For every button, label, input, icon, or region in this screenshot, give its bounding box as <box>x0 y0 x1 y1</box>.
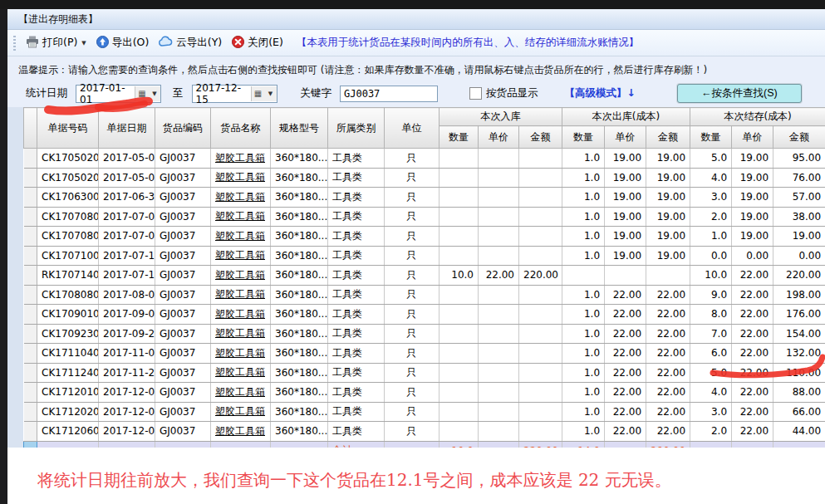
cell-row-header <box>24 305 37 325</box>
chevron-down-icon[interactable]: ▼ <box>149 86 160 101</box>
cell-bal-qty: 6.0 <box>690 344 732 364</box>
cell-in-amount <box>519 402 562 422</box>
col-header-item-name[interactable]: 货品名称 <box>211 108 271 149</box>
col-header-item-code[interactable]: 货品编码 <box>155 108 211 149</box>
cell-out-price: 19.00 <box>605 168 646 188</box>
table-row[interactable]: CK17092300032017-09-23GJ0037塑胶工具箱360*180… <box>24 324 825 344</box>
col-header-doc-no[interactable]: 单据号码 <box>37 108 99 149</box>
chevron-down-icon[interactable]: ▼ <box>265 86 277 101</box>
table-region: 单据号码 单据日期 货品编码 货品名称 规格型号 所属类别 单位 本次入库 本次… <box>7 107 825 448</box>
cell-bal-price: 22.00 <box>732 266 773 286</box>
cell-in-amount <box>519 344 562 364</box>
cell-category: 工具类 <box>328 285 385 305</box>
table-row[interactable]: CK17120100032017-12-01GJ0037塑胶工具箱360*180… <box>24 383 825 403</box>
table-row[interactable]: CK17110400032017-11-04GJ0037塑胶工具箱360*180… <box>24 344 825 364</box>
cell-out-amount: 22.00 <box>646 305 690 325</box>
cell-item-name: 塑胶工具箱 <box>211 168 271 188</box>
cell-item-code: GJ0037 <box>155 285 211 305</box>
export-button[interactable]: 导出(O) <box>91 34 155 52</box>
table-row[interactable]: CK17112400012017-11-24GJ0037塑胶工具箱360*180… <box>24 363 825 383</box>
table-row[interactable]: RK17071400032017-07-14GJ0037塑胶工具箱360*180… <box>24 266 825 286</box>
cell-bal-amount: 132.00 <box>773 344 825 364</box>
cell-bal-price: 19.00 <box>732 207 773 227</box>
search-button[interactable]: ←按条件查找(S) <box>677 84 802 103</box>
table-row[interactable]: CK17120200032017-12-02GJ0037塑胶工具箱360*180… <box>24 402 825 422</box>
table-row[interactable]: CK17050200042017-05-02GJ0037塑胶工具箱360*180… <box>24 149 825 169</box>
cell-bal-price: 22.00 <box>732 285 773 305</box>
table-row[interactable]: CK17070800112017-07-08GJ0037塑胶工具箱360*180… <box>24 227 825 247</box>
by-product-checkbox[interactable] <box>469 87 482 100</box>
print-button[interactable]: 打印(P) ▼ <box>21 34 91 52</box>
cell-in-qty <box>440 344 479 364</box>
cell-row-header <box>24 246 37 266</box>
close-button[interactable]: 关闭(E) <box>227 34 288 52</box>
cell-doc-no: CK1711040003 <box>37 344 99 364</box>
cell-in-qty <box>440 305 479 325</box>
cell-row-header <box>24 227 37 247</box>
cell-in-price <box>479 188 519 208</box>
calendar-icon[interactable]: ▦ <box>135 86 149 101</box>
calendar-icon[interactable]: ▦ <box>251 86 265 101</box>
cell-item-code: GJ0037 <box>155 402 211 422</box>
cell-doc-no: RK1707140003 <box>37 266 99 286</box>
print-dropdown-icon[interactable]: ▼ <box>81 40 86 46</box>
cell-item-name: 塑胶工具箱 <box>211 422 271 442</box>
cell-category: 工具类 <box>328 383 385 403</box>
cell-category: 工具类 <box>328 168 385 188</box>
cell-doc-date: 2017-07-08 <box>99 207 155 227</box>
advanced-mode-link[interactable]: 【高级模式】↓ <box>565 86 636 100</box>
cell-doc-no: CK1708080003 <box>37 285 99 305</box>
col-header-in-price[interactable]: 单价 <box>479 126 519 149</box>
table-row[interactable]: CK17070800012017-07-08GJ0037塑胶工具箱360*180… <box>24 207 825 227</box>
cell-spec: 360*180... <box>271 305 328 325</box>
cell-row-header <box>24 344 37 364</box>
col-header-out-amount[interactable]: 金额 <box>646 126 690 149</box>
col-header-bal-price[interactable]: 单价 <box>732 126 773 149</box>
cell-unit: 只 <box>385 227 440 247</box>
cell-item-code: GJ0037 <box>155 422 211 442</box>
cell-out-qty <box>562 266 605 286</box>
cell-category: 工具类 <box>328 149 385 169</box>
cell-item-name: 塑胶工具箱 <box>211 188 271 208</box>
cell-bal-qty: 9.0 <box>690 285 732 305</box>
cell-out-amount: 19.00 <box>646 207 690 227</box>
cell-out-qty: 1.0 <box>562 402 605 422</box>
to-label: 至 <box>173 86 184 100</box>
cell-item-code: GJ0037 <box>155 149 211 169</box>
cell-row-header <box>24 363 37 383</box>
col-header-spec[interactable]: 规格型号 <box>271 108 328 149</box>
table-row[interactable]: CK17063000042017-06-30GJ0037塑胶工具箱360*180… <box>24 188 825 208</box>
col-header-bal-amount[interactable]: 金额 <box>773 126 825 149</box>
cell-item-code: GJ0037 <box>155 168 211 188</box>
cell-bal-price: 19.00 <box>732 149 773 169</box>
col-header-doc-date[interactable]: 单据日期 <box>99 108 155 149</box>
cell-item-name: 塑胶工具箱 <box>211 363 271 383</box>
cloud-export-button[interactable]: 云导出(Y) <box>154 34 227 51</box>
keyword-input[interactable] <box>340 86 438 102</box>
cell-in-amount <box>519 227 562 247</box>
date-from-field[interactable]: 2017-01-01 ▦ ▼ <box>76 85 161 103</box>
col-header-in-qty[interactable]: 数量 <box>440 126 479 149</box>
table-row[interactable]: CK17071000072017-07-10GJ0037塑胶工具箱360*180… <box>24 246 825 266</box>
table-row[interactable]: CK17050200042017-05-02GJ0037塑胶工具箱360*180… <box>24 168 825 188</box>
cell-item-code: GJ0037 <box>155 324 211 344</box>
date-to-field[interactable]: 2017-12-15 ▦ ▼ <box>192 85 277 103</box>
table-row[interactable]: CK17090100092017-09-01GJ0037塑胶工具箱360*180… <box>24 305 825 325</box>
table-row[interactable]: CK17080800032017-08-08GJ0037塑胶工具箱360*180… <box>24 285 825 305</box>
cell-in-amount <box>519 207 562 227</box>
col-header-in-amount[interactable]: 金额 <box>519 126 562 149</box>
toolbar-info-text: 【本表用于统计货品在某段时间内的所有出、入、结存的详细流水账情况】 <box>297 36 640 50</box>
table-row[interactable]: CK17120600102017-12-06GJ0037塑胶工具箱360*180… <box>24 422 825 442</box>
cell-bal-qty: 8.0 <box>690 305 732 325</box>
cell-in-qty <box>440 207 479 227</box>
cell-bal-amount: 19.00 <box>773 227 825 247</box>
col-header-out-qty[interactable]: 数量 <box>562 126 605 149</box>
col-header-bal-qty[interactable]: 数量 <box>690 126 732 149</box>
col-header-category[interactable]: 所属类别 <box>328 108 385 149</box>
annotation-text: 将统计日期往前放大，我们查询一下这个货品在12.1号之间，成本应该是 22 元无… <box>37 469 825 492</box>
col-header-unit[interactable]: 单位 <box>385 108 440 149</box>
bottom-area: 将统计日期往前放大，我们查询一下这个货品在12.1号之间，成本应该是 22 元无… <box>7 448 825 504</box>
cell-doc-date: 2017-11-04 <box>99 344 155 364</box>
hint-text: 温馨提示：请输入您需要的查询条件，然后点击右侧的查找按钮即可 (请注意：如果库存… <box>7 56 825 77</box>
col-header-out-price[interactable]: 单价 <box>605 126 646 149</box>
